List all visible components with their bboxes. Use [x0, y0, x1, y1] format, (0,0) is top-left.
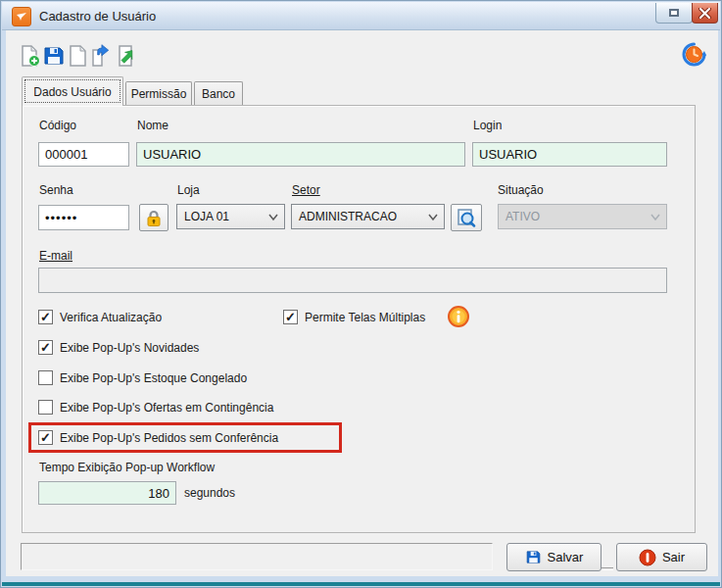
checkbox-label: Permite Telas Múltiplas: [305, 311, 425, 324]
senha-label: Senha: [39, 183, 73, 197]
window-bottom-edge: [2, 582, 720, 586]
sair-button-label: Sair: [662, 550, 685, 564]
loja-label: Loja: [177, 183, 200, 197]
tab-pane-dados-usuario: Código Nome Login Senha Loja Setor Situa…: [22, 105, 696, 533]
export-icon: [89, 44, 113, 68]
codigo-label: Código: [39, 119, 76, 132]
situacao-label: Situação: [498, 183, 544, 197]
situacao-select: ATIVO: [498, 204, 667, 229]
clear-form-button[interactable]: [66, 44, 89, 68]
app-logo-icon: [16, 11, 27, 23]
checkbox-popup-novidades[interactable]: Exibe Pop-Up's Novidades: [38, 340, 199, 355]
checkbox-label: Verifica Atualização: [60, 311, 162, 324]
checkbox-popup-pedidos-sem-conferencia[interactable]: Exibe Pop-Up's Pedidos sem Conferência: [38, 430, 278, 445]
footer-divider: [602, 567, 613, 570]
exit-icon: [639, 549, 656, 566]
checkbox-box[interactable]: [283, 310, 298, 324]
timer-refresh-icon: [681, 41, 707, 68]
codigo-field[interactable]: [38, 142, 129, 167]
setor-select[interactable]: ADMINISTRACAO: [291, 204, 445, 229]
checkbox-label: Exibe Pop-Up's Estoque Congelado: [60, 371, 247, 385]
info-icon: [447, 305, 470, 328]
restore-icon: [669, 9, 679, 17]
chevron-down-icon: [268, 214, 278, 220]
loja-selected-value: LOJA 01: [184, 210, 229, 223]
checkbox-box[interactable]: [38, 340, 53, 355]
checkbox-label: Exibe Pop-Up's Ofertas em Contingência: [60, 401, 273, 415]
nome-field[interactable]: [136, 142, 465, 167]
tab-dados-usuario-label: Dados Usuário: [33, 85, 111, 99]
title-bar[interactable]: Cadastro de Usuário: [2, 2, 720, 30]
password-lock-button[interactable]: [139, 204, 168, 231]
salvar-button-label: Salvar: [548, 550, 584, 564]
timer-refresh-button[interactable]: [681, 41, 707, 68]
client-area: Dados Usuário Permissão Banco Código Nom…: [6, 30, 718, 576]
login-label: Login: [473, 119, 502, 132]
save-icon: [42, 44, 66, 68]
import-icon: [114, 44, 137, 68]
setor-selected-value: ADMINISTRACAO: [299, 210, 397, 223]
tab-banco[interactable]: Banco: [194, 81, 243, 106]
checkbox-verifica-atualizacao[interactable]: Verifica Atualização: [38, 310, 162, 324]
login-field[interactable]: [472, 142, 667, 167]
app-icon: [12, 7, 31, 26]
salvar-button[interactable]: Salvar: [506, 543, 602, 571]
restore-window-button[interactable]: [655, 3, 693, 24]
sair-button[interactable]: Sair: [616, 543, 707, 571]
chevron-down-icon: [428, 214, 438, 220]
tab-permissao[interactable]: Permissão: [125, 81, 192, 106]
window-title: Cadastro de Usuário: [39, 2, 156, 30]
new-record-button[interactable]: [18, 44, 41, 68]
checkbox-popup-estoque-congelado[interactable]: Exibe Pop-Up's Estoque Congelado: [38, 370, 247, 385]
close-window-button[interactable]: [692, 3, 718, 24]
checkbox-permite-telas-multiplas[interactable]: Permite Telas Múltiplas: [283, 310, 425, 324]
nome-label: Nome: [137, 119, 168, 132]
setor-search-button[interactable]: [451, 204, 482, 231]
checkbox-box[interactable]: [38, 310, 53, 324]
tab-banco-label: Banco: [202, 87, 235, 101]
situacao-selected-value: ATIVO: [505, 210, 540, 223]
import-button[interactable]: [114, 44, 137, 68]
close-icon: [698, 8, 711, 19]
setor-label: Setor: [292, 183, 320, 197]
checkbox-label: Exibe Pop-Up's Pedidos sem Conferência: [60, 431, 278, 445]
search-icon: [457, 208, 476, 227]
chevron-down-icon: [650, 214, 660, 220]
status-bar: [21, 543, 493, 570]
telas-multiplas-info-button[interactable]: [447, 305, 470, 328]
checkbox-popup-ofertas-contingencia[interactable]: Exibe Pop-Up's Ofertas em Contingência: [38, 400, 273, 415]
dialog-window: Cadastro de Usuário: [0, 0, 722, 588]
checkbox-box[interactable]: [38, 430, 53, 445]
loja-select[interactable]: LOJA 01: [176, 204, 285, 229]
blank-page-icon: [66, 44, 89, 68]
tempo-exibicao-label: Tempo Exibição Pop-up Workflow: [39, 461, 215, 474]
new-record-icon: [18, 44, 41, 68]
save-icon: [525, 549, 542, 565]
checkbox-box[interactable]: [38, 370, 53, 385]
lock-icon: [145, 209, 163, 227]
tab-permissao-label: Permissão: [131, 87, 187, 101]
save-record-button[interactable]: [42, 44, 66, 68]
tab-dados-usuario[interactable]: Dados Usuário: [22, 76, 123, 106]
checkbox-label: Exibe Pop-Up's Novidades: [60, 341, 199, 355]
tempo-exibicao-field[interactable]: [38, 481, 176, 505]
email-field[interactable]: [38, 268, 667, 293]
senha-field[interactable]: [38, 205, 129, 230]
email-label: E-mail: [39, 249, 72, 263]
tempo-unit-label: segundos: [184, 486, 235, 500]
checkbox-box[interactable]: [38, 400, 53, 415]
export-button[interactable]: [89, 44, 113, 68]
